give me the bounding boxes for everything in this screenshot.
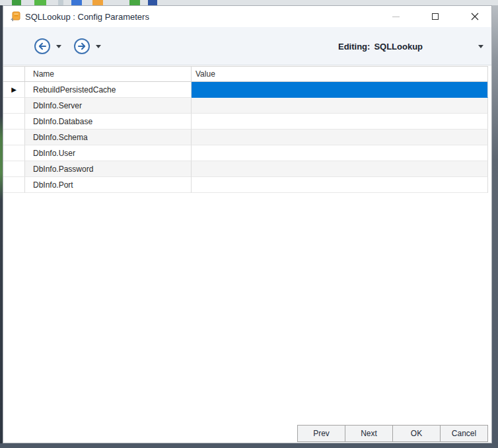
cancel-button[interactable]: Cancel <box>440 425 488 442</box>
window-controls <box>386 6 485 27</box>
editing-label: Editing: <box>338 42 370 52</box>
background-window-right-edge <box>492 5 498 448</box>
param-value-cell[interactable] <box>192 98 488 114</box>
param-name-cell[interactable]: DbInfo.Port <box>25 177 192 193</box>
desktop-background: SQLLookup : Config Parameters <box>0 0 498 448</box>
maximize-icon <box>432 13 439 20</box>
minimize-button[interactable] <box>386 7 406 26</box>
desktop-icons-strip <box>0 0 498 5</box>
config-parameters-dialog: SQLLookup : Config Parameters <box>3 5 492 443</box>
desktop-icon-fragment <box>148 0 157 5</box>
close-button[interactable] <box>465 7 485 26</box>
row-indicator-cell <box>3 161 25 177</box>
back-icon <box>34 38 51 55</box>
forward-icon <box>73 38 90 55</box>
desktop-icon-fragment <box>71 0 82 5</box>
ok-button[interactable]: OK <box>392 425 441 442</box>
editing-combobox[interactable]: Editing: SQLLookup <box>338 27 487 65</box>
desktop-icon-fragment <box>12 0 21 5</box>
column-header-value[interactable]: Value <box>192 67 488 81</box>
param-name-cell[interactable]: RebuildPersistedCache <box>25 82 192 98</box>
row-indicator-cell <box>3 114 25 130</box>
param-value-cell[interactable] <box>192 82 488 98</box>
table-row[interactable]: DbInfo.User <box>3 145 488 161</box>
toolbar: Editing: SQLLookup <box>3 27 491 65</box>
next-button[interactable]: Next <box>345 425 393 442</box>
forward-dropdown-caret-icon[interactable] <box>96 45 101 48</box>
dialog-title: SQLLookup : Config Parameters <box>25 12 149 22</box>
back-button[interactable] <box>34 38 51 55</box>
back-dropdown-caret-icon[interactable] <box>56 45 61 48</box>
param-value-cell[interactable] <box>192 130 488 145</box>
desktop-icon-fragment <box>92 0 103 5</box>
row-indicator-cell: ▶ <box>3 82 25 98</box>
param-name-cell[interactable]: DbInfo.Server <box>25 98 192 114</box>
table-row[interactable]: DbInfo.Server <box>3 98 488 114</box>
desktop-icon-fragment <box>34 0 46 5</box>
param-value-cell[interactable] <box>192 161 488 177</box>
prev-button[interactable]: Prev <box>297 425 345 442</box>
desktop-icon-fragment <box>129 0 140 5</box>
footer-buttons: Prev Next OK Cancel <box>298 425 488 442</box>
editing-dropdown-caret-icon <box>478 45 483 48</box>
param-name-cell[interactable]: DbInfo.Schema <box>25 130 192 145</box>
grid-rows: ▶ RebuildPersistedCache DbInfo.Server Db… <box>3 82 488 193</box>
param-name-cell[interactable]: DbInfo.User <box>25 145 192 161</box>
grid-header-row: Name Value <box>3 67 488 82</box>
parameters-grid: Name Value ▶ RebuildPersistedCache DbInf… <box>3 66 488 193</box>
close-icon <box>471 13 479 20</box>
table-row[interactable]: DbInfo.Database <box>3 114 488 130</box>
row-indicator-cell <box>3 130 25 145</box>
grid-corner-cell <box>3 67 25 81</box>
editing-value: SQLLookup <box>374 42 423 52</box>
row-indicator-cell <box>3 145 25 161</box>
app-icon <box>10 11 20 22</box>
row-indicator-cell <box>3 177 25 193</box>
column-header-name[interactable]: Name <box>25 67 192 81</box>
param-value-cell[interactable] <box>192 145 488 161</box>
desktop-icon-fragment <box>58 0 63 5</box>
param-value-cell[interactable] <box>192 177 488 193</box>
table-row[interactable]: DbInfo.Schema <box>3 130 488 145</box>
row-indicator-icon: ▶ <box>11 87 17 93</box>
table-row[interactable]: DbInfo.Password <box>3 161 488 177</box>
table-row[interactable]: DbInfo.Port <box>3 177 488 193</box>
background-window-bottom-edge <box>0 443 498 448</box>
forward-button[interactable] <box>73 38 90 55</box>
navigation-buttons <box>34 27 101 65</box>
row-indicator-cell <box>3 98 25 114</box>
table-row[interactable]: ▶ RebuildPersistedCache <box>3 82 488 98</box>
param-value-cell[interactable] <box>192 114 488 130</box>
maximize-button[interactable] <box>425 7 445 26</box>
title-bar: SQLLookup : Config Parameters <box>3 6 491 27</box>
param-name-cell[interactable]: DbInfo.Password <box>25 161 192 177</box>
param-name-cell[interactable]: DbInfo.Database <box>25 114 192 130</box>
minimize-icon <box>392 17 400 17</box>
